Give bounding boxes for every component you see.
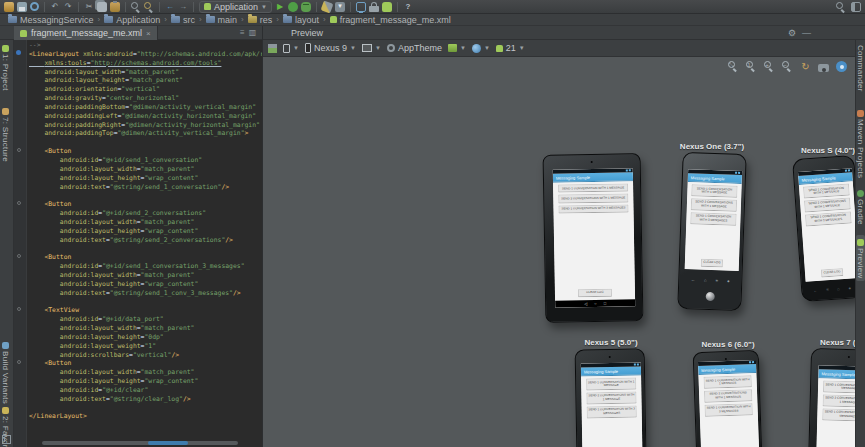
device-preview-nexus-s[interactable]: Nexus S (4.0") Messaging Sample SEND 1 C… bbox=[797, 157, 855, 300]
send-1-conv-3-messages-button[interactable]: SEND 1 CONVERSATION WITH 3 MESSAGES bbox=[559, 204, 629, 214]
breadcrumb-item-layout[interactable]: layout bbox=[281, 15, 321, 25]
code-area[interactable]: --><LinearLayout xmlns:android="http://s… bbox=[29, 41, 262, 447]
device-preview-nexus-7[interactable]: Nexus 7 (7.0") Messaging Sample SEND 1 C… bbox=[809, 349, 855, 447]
tool-window-switcher-icon[interactable] bbox=[2, 435, 11, 444]
theme-selector[interactable]: AppTheme bbox=[387, 43, 442, 53]
device-preview-nexus-5[interactable]: Nexus 5 (5.0") Messaging Sample SEND 1 C… bbox=[576, 349, 646, 447]
send-1-conv-3-messages-button[interactable]: SEND 1 CONVERSATION WITH 3 MESSAGES bbox=[586, 405, 637, 418]
fold-marker-icon[interactable] bbox=[17, 148, 21, 152]
preview-mode-icon[interactable] bbox=[268, 44, 277, 53]
panel-icon[interactable] bbox=[851, 2, 861, 12]
fold-marker-icon[interactable] bbox=[17, 307, 21, 311]
sync-icon[interactable] bbox=[30, 2, 39, 11]
tool-button-preview[interactable]: Preview bbox=[856, 235, 865, 281]
fold-marker-icon[interactable] bbox=[17, 360, 21, 364]
horizontal-scrollbar[interactable] bbox=[30, 441, 256, 445]
save-icon[interactable] bbox=[17, 2, 27, 12]
device-preview-nexus-6[interactable]: Nexus 6 (6.0") Messaging Sample SEND 1 C… bbox=[695, 351, 761, 447]
send-2-conversations-button[interactable]: SEND 2 CONVERSATIONS WITH 1 MESSAGE bbox=[822, 394, 855, 407]
copy-icon[interactable] bbox=[97, 2, 107, 12]
replace-icon[interactable] bbox=[144, 2, 154, 12]
breadcrumb-item-main[interactable]: main bbox=[204, 15, 240, 25]
send-1-conversation-button[interactable]: SEND 1 CONVERSATION WITH 1 MESSAGE bbox=[703, 375, 752, 389]
clear-log-button[interactable]: CLEAR LOG bbox=[821, 268, 844, 278]
tool-button-project[interactable]: 1: Project bbox=[1, 43, 10, 91]
redo-icon[interactable] bbox=[63, 2, 73, 12]
close-icon[interactable]: × bbox=[146, 29, 151, 38]
avd-manager-icon[interactable] bbox=[382, 2, 392, 12]
forward-icon[interactable] bbox=[178, 2, 188, 12]
tool-button-commander[interactable]: Commander bbox=[856, 45, 865, 92]
preview-settings-icon[interactable] bbox=[836, 61, 847, 72]
zoom-fit-icon[interactable]: ⤡ bbox=[728, 61, 739, 72]
open-folder-icon[interactable] bbox=[4, 2, 14, 12]
fold-marker-icon[interactable] bbox=[17, 254, 21, 258]
breadcrumb-item-application[interactable]: Application bbox=[102, 15, 162, 25]
gutter-marker-icon[interactable] bbox=[16, 50, 21, 55]
search-icon[interactable] bbox=[836, 2, 846, 12]
breadcrumb-item-res[interactable]: res bbox=[246, 15, 275, 25]
send-2-conversations-button[interactable]: SEND 2 CONVERSATIONS WITH 1 MESSAGE bbox=[586, 391, 637, 404]
send-1-conversation-button[interactable]: SEND 1 CONVERSATION WITH 1 MESSAGE bbox=[823, 380, 855, 393]
gear-icon[interactable]: ⚙ bbox=[788, 28, 796, 38]
sdk-manager-icon[interactable] bbox=[335, 2, 345, 12]
send-1-conversation-button[interactable]: SEND 1 CONVERSATION WITH 1 MESSAGE bbox=[692, 184, 737, 197]
debug-icon[interactable] bbox=[301, 2, 311, 12]
device-preview-nexus-9[interactable]: Messaging Sample SEND 1 CONVERSATION WIT… bbox=[544, 154, 642, 322]
api-level-selector[interactable]: 21▼ bbox=[496, 43, 525, 53]
back-icon[interactable] bbox=[165, 2, 175, 12]
breadcrumb-item-src[interactable]: src bbox=[169, 15, 197, 25]
send-1-conv-3-messages-button[interactable]: SEND 1 CONVERSATION WITH 3 MESSAGES bbox=[822, 408, 855, 421]
send-2-conversations-button[interactable]: SEND 2 CONVERSATIONS WITH 1 MESSAGE bbox=[558, 194, 628, 204]
lock-icon[interactable] bbox=[369, 6, 379, 12]
tool-button-maven[interactable]: Maven Projects bbox=[856, 108, 865, 178]
send-1-conv-3-messages-button[interactable]: SEND 1 CONVERSATION WITH 3 MESSAGES bbox=[704, 403, 753, 417]
split-icon[interactable]: ▥ bbox=[249, 28, 257, 37]
send-2-conversations-button[interactable]: SEND 2 CONVERSATIONS WITH 1 MESSAGE bbox=[804, 197, 850, 212]
hide-tabs-icon[interactable]: ≡ bbox=[240, 28, 245, 37]
help-icon[interactable] bbox=[403, 2, 413, 12]
refresh-icon[interactable] bbox=[800, 61, 811, 72]
orientation-selector[interactable]: ▼ bbox=[283, 44, 299, 53]
coverage-icon[interactable] bbox=[288, 2, 298, 12]
find-icon[interactable] bbox=[131, 2, 141, 12]
editor-gutter[interactable] bbox=[14, 40, 27, 447]
scrollbar-thumb[interactable] bbox=[42, 441, 238, 445]
nav-home-icon[interactable]: ○ bbox=[594, 299, 597, 307]
run-configuration-dropdown[interactable]: Application ▼ bbox=[199, 1, 272, 13]
send-1-conv-3-messages-button[interactable]: SEND 1 CONVERSATION WITH 3 MESSAGES bbox=[805, 211, 851, 226]
nav-recents-icon[interactable]: □ bbox=[604, 299, 607, 307]
tool-button-structure[interactable]: 7: Structure bbox=[1, 106, 10, 162]
undo-icon[interactable] bbox=[50, 2, 60, 12]
send-2-conversations-button[interactable]: SEND 2 CONVERSATIONS WITH 1 MESSAGE bbox=[691, 198, 736, 211]
zoom-actual-size-icon[interactable]: 1 bbox=[746, 61, 757, 72]
zoom-out-icon[interactable]: − bbox=[782, 61, 793, 72]
breadcrumb-item-project[interactable]: MessagingService bbox=[6, 15, 96, 25]
fold-marker-icon[interactable] bbox=[17, 201, 21, 205]
project-structure-icon[interactable] bbox=[321, 0, 334, 13]
tool-button-build-variants[interactable]: Build Variants bbox=[1, 340, 10, 404]
run-icon[interactable] bbox=[275, 2, 285, 12]
clear-log-button[interactable]: CLEAR LOG bbox=[578, 288, 612, 297]
send-1-conversation-button[interactable]: SEND 1 CONVERSATION WITH 1 MESSAGE bbox=[586, 378, 637, 391]
send-1-conv-3-messages-button[interactable]: SEND 1 CONVERSATION WITH 3 MESSAGES bbox=[691, 212, 736, 225]
clear-log-button[interactable]: CLEAR LOG bbox=[701, 258, 723, 267]
locale-selector[interactable]: ▼ bbox=[472, 44, 490, 53]
paste-icon[interactable] bbox=[110, 2, 120, 12]
layout-variant-selector[interactable]: ▼ bbox=[362, 44, 381, 52]
tool-button-gradle[interactable]: Gradle bbox=[856, 188, 865, 225]
send-1-conversation-button[interactable]: SEND 1 CONVERSATION WITH 1 MESSAGE bbox=[803, 183, 849, 198]
breadcrumb-item-file[interactable]: fragment_message_me.xml bbox=[328, 15, 453, 25]
zoom-in-icon[interactable]: + bbox=[764, 61, 775, 72]
activity-selector[interactable]: ▼ bbox=[448, 44, 466, 52]
device-monitor-icon[interactable] bbox=[356, 2, 366, 12]
cut-icon[interactable] bbox=[84, 2, 94, 12]
send-1-conversation-button[interactable]: SEND 1 CONVERSATION WITH 1 MESSAGE bbox=[558, 183, 628, 193]
send-2-conversations-button[interactable]: SEND 2 CONVERSATIONS WITH 1 MESSAGE bbox=[704, 389, 753, 403]
tab-fragment-message-me[interactable]: fragment_message_me.xml × bbox=[14, 26, 158, 40]
device-selector[interactable]: Nexus 9▼ bbox=[305, 43, 356, 53]
screenshot-icon[interactable] bbox=[818, 64, 829, 72]
device-preview-nexus-one[interactable]: Nexus One (3.7") Messaging Sample SEND 1… bbox=[680, 153, 744, 310]
hide-pane-icon[interactable]: — bbox=[802, 28, 811, 38]
nav-back-icon[interactable]: ◁ bbox=[584, 300, 587, 308]
